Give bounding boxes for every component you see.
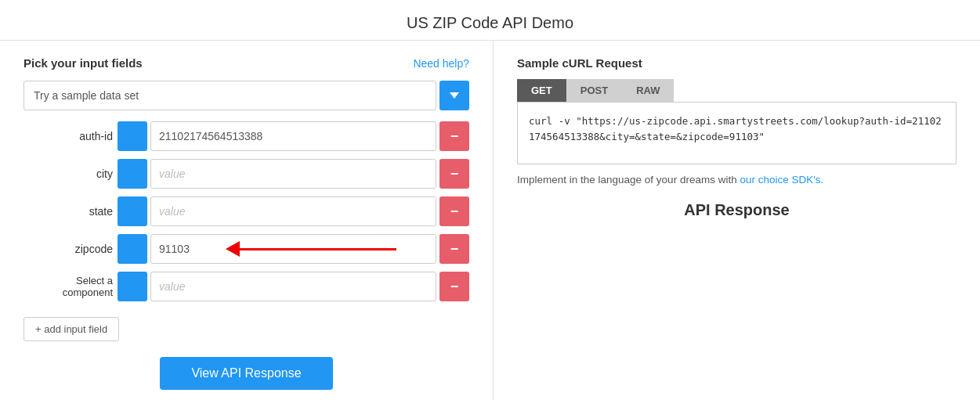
field-dropdown-btn-zipcode[interactable] [118, 234, 147, 264]
section-title: Pick your input fields [24, 56, 143, 70]
field-row-zipcode: zipcode − [24, 234, 469, 264]
field-input-city[interactable] [150, 159, 436, 189]
left-panel: Pick your input fields Need help? Try a … [0, 41, 494, 400]
field-label-state: state [24, 205, 118, 218]
curl-section-title: Sample cURL Request [517, 56, 956, 70]
field-row-auth-id: auth-id − [24, 121, 469, 151]
tab-bar: GET POST RAW [517, 79, 956, 102]
chevron-down-icon [450, 92, 459, 99]
sdk-text-before: Implement in the language of your dreams… [517, 174, 740, 186]
curl-text: curl -v "https://us-zipcode.api.smartyst… [529, 115, 942, 142]
field-label-zipcode: zipcode [24, 243, 118, 255]
field-dropdown-btn-state[interactable] [118, 196, 147, 226]
panel-header: Pick your input fields Need help? [24, 56, 469, 70]
page-title: US ZIP Code API Demo [0, 0, 980, 40]
field-label-city: city [24, 168, 118, 180]
sdk-link[interactable]: our choice SDK's. [740, 174, 823, 186]
sample-dataset-label: Try a sample data set [34, 89, 139, 102]
field-label-auth-id: auth-id [24, 130, 118, 142]
remove-btn-city[interactable]: − [439, 159, 469, 189]
remove-btn-auth-id[interactable]: − [439, 121, 469, 151]
field-input-state[interactable] [150, 196, 436, 226]
sample-dataset-select[interactable]: Try a sample data set [24, 81, 436, 110]
main-layout: Pick your input fields Need help? Try a … [0, 41, 980, 400]
field-dropdown-btn-component[interactable] [118, 272, 147, 301]
field-row-state: state − [24, 196, 469, 226]
field-row-component: Select a component − [24, 272, 469, 301]
remove-btn-state[interactable]: − [439, 196, 469, 226]
field-input-auth-id[interactable] [150, 121, 436, 151]
field-input-component[interactable] [150, 272, 436, 301]
tab-raw[interactable]: RAW [622, 79, 674, 102]
need-help-link[interactable]: Need help? [413, 57, 469, 70]
sample-dataset-dropdown-btn[interactable] [439, 81, 469, 110]
remove-btn-zipcode[interactable]: − [439, 234, 469, 264]
field-dropdown-btn-city[interactable] [118, 159, 147, 189]
api-response-title: API Response [517, 201, 956, 219]
field-row-city: city − [24, 159, 469, 189]
field-dropdown-btn-auth-id[interactable] [118, 121, 147, 151]
sample-dataset-row: Try a sample data set [24, 81, 469, 110]
view-api-response-button[interactable]: View API Response [160, 357, 332, 390]
field-input-zipcode[interactable] [150, 234, 436, 264]
sdk-text: Implement in the language of your dreams… [517, 174, 956, 186]
remove-btn-component[interactable]: − [439, 272, 469, 301]
right-panel: Sample cURL Request GET POST RAW curl -v… [494, 41, 980, 400]
curl-code-box: curl -v "https://us-zipcode.api.smartyst… [517, 102, 956, 164]
tab-post[interactable]: POST [566, 79, 622, 102]
tab-get[interactable]: GET [517, 79, 566, 102]
field-label-component: Select a component [24, 275, 118, 298]
add-input-field-button[interactable]: + add input field [24, 317, 119, 341]
